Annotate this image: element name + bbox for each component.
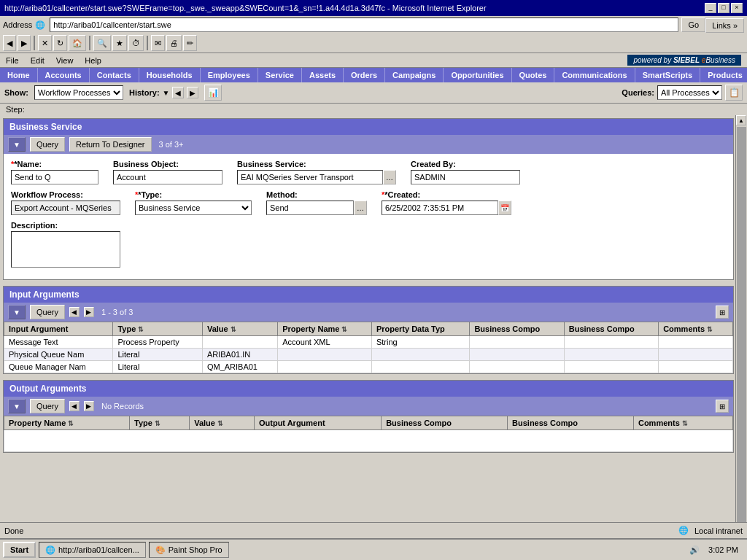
ia-record-count: 1 - 3 of 3 — [101, 308, 133, 316]
back-btn[interactable]: ◀ — [3, 35, 16, 51]
bs-query-btn[interactable]: Query — [30, 137, 65, 152]
dropdown-btn-bs[interactable]: ▼ — [8, 137, 26, 152]
mail-btn[interactable]: ✉ — [151, 35, 165, 51]
queries-select[interactable]: All Processes — [657, 85, 722, 100]
links-button[interactable]: Links » — [705, 18, 744, 33]
print-btn[interactable]: 🖨 — [166, 35, 182, 51]
name-label: **Name: — [11, 160, 98, 168]
method-input[interactable] — [266, 201, 354, 215]
history-forward-btn[interactable]: ▶ — [187, 87, 198, 98]
col-business-compo2: Business Compo — [564, 322, 658, 336]
type-select[interactable]: Business Service — [135, 201, 252, 215]
method-label: Method: — [266, 190, 367, 199]
step-label: Step: — [0, 104, 747, 115]
business-service-input[interactable] — [237, 170, 383, 184]
created-field: **Created: 📅 — [382, 190, 511, 215]
history-btn[interactable]: ⏱ — [128, 35, 144, 51]
cell-type: Literal — [113, 349, 202, 361]
queries-icon-btn[interactable]: 📋 — [725, 85, 743, 101]
app-menu-file[interactable]: File — [6, 56, 19, 65]
oa-prev-btn[interactable]: ◀ — [69, 401, 80, 411]
tab-quotes[interactable]: Quotes — [512, 68, 555, 82]
col-bc1: Business Compo — [382, 416, 508, 430]
show-label: Show: — [4, 88, 28, 97]
history-label: History: — [129, 88, 160, 97]
queries-label: Queries: — [622, 88, 654, 97]
business-service-lookup-btn[interactable]: … — [383, 170, 396, 184]
show-select[interactable]: Workflow Processes — [34, 85, 123, 100]
cell-input-argument: Physical Queue Nam — [4, 349, 113, 361]
tab-home[interactable]: Home — [0, 68, 38, 82]
dropdown-btn-ia[interactable]: ▼ — [8, 305, 26, 319]
scrollbar-v[interactable]: ▲ ▼ — [735, 115, 747, 545]
tab-products[interactable]: Products — [700, 68, 747, 82]
start-button[interactable]: Start — [3, 542, 36, 557]
forward-btn[interactable]: ▶ — [18, 35, 31, 51]
search-btn[interactable]: 🔍 — [93, 35, 111, 51]
address-input[interactable] — [50, 18, 678, 32]
name-field: **Name: — [11, 160, 98, 184]
minimize-btn[interactable]: _ — [705, 3, 716, 13]
tab-households[interactable]: Households — [139, 68, 201, 82]
tab-smartscripts[interactable]: SmartScripts — [635, 68, 700, 82]
app-menu-items: File Edit View Help — [6, 56, 101, 65]
col-bc2: Business Compo — [508, 416, 634, 430]
created-by-input[interactable] — [411, 170, 520, 184]
taskbar-item-ie[interactable]: 🌐 http://ariba01/callcen... — [39, 542, 146, 557]
close-btn[interactable]: × — [731, 3, 743, 13]
business-service-field: Business Service: … — [237, 160, 396, 184]
tab-accounts[interactable]: Accounts — [38, 68, 90, 82]
tab-contacts[interactable]: Contacts — [90, 68, 139, 82]
app-menu-edit[interactable]: Edit — [31, 56, 44, 65]
oa-expand-btn[interactable]: ⊞ — [716, 400, 729, 413]
ia-expand-btn[interactable]: ⊞ — [716, 306, 729, 319]
go-button[interactable]: Go — [681, 18, 705, 32]
ie-label: http://ariba01/callcen... — [58, 545, 139, 554]
cell-type: Literal — [113, 361, 202, 373]
ia-next-btn[interactable]: ▶ — [84, 307, 94, 317]
app-menu-help[interactable]: Help — [85, 56, 101, 65]
ia-prev-btn[interactable]: ◀ — [69, 307, 80, 317]
cell-bc2 — [564, 361, 658, 373]
taskbar-item-psp[interactable]: 🎨 Paint Shop Pro — [149, 542, 229, 557]
cell-property-data-type — [371, 349, 470, 361]
maximize-btn[interactable]: □ — [718, 3, 729, 13]
oa-query-btn[interactable]: Query — [30, 399, 65, 413]
description-textarea[interactable] — [11, 231, 120, 268]
tab-communications[interactable]: Communications — [554, 68, 635, 82]
bs-return-btn[interactable]: Return To Designer — [69, 137, 152, 152]
cell-property-name — [278, 361, 372, 373]
table-row[interactable]: Physical Queue Nam Literal ARIBA01.IN — [4, 349, 733, 361]
method-lookup-btn[interactable]: … — [354, 201, 367, 215]
col-input-argument: Input Argument — [4, 322, 113, 336]
app-menu-view[interactable]: View — [56, 56, 74, 65]
table-row[interactable]: Message Text Process Property Account XM… — [4, 336, 733, 349]
edit-btn[interactable]: ✏ — [183, 35, 197, 51]
name-input[interactable] — [11, 170, 98, 184]
oa-next-btn[interactable]: ▶ — [84, 401, 94, 411]
created-cal-btn[interactable]: 📅 — [498, 201, 511, 215]
table-row[interactable]: Queue Manager Nam Literal QM_ARIBA01 — [4, 361, 733, 373]
window-controls[interactable]: _ □ × — [705, 3, 743, 13]
nav-tabs: Home Accounts Contacts Households Employ… — [0, 68, 747, 82]
tab-assets[interactable]: Assets — [302, 68, 344, 82]
scroll-up-btn[interactable]: ▲ — [736, 115, 746, 125]
tab-opportunities[interactable]: Opportunities — [444, 68, 511, 82]
home-btn[interactable]: 🏠 — [69, 35, 86, 51]
dropdown-btn-oa[interactable]: ▼ — [8, 399, 26, 413]
cell-property-name — [278, 349, 372, 361]
ia-query-btn[interactable]: Query — [30, 305, 65, 319]
chart-icon-btn[interactable]: 📊 — [204, 85, 222, 101]
created-input[interactable] — [382, 201, 498, 215]
business-object-input[interactable] — [113, 170, 222, 184]
tab-campaigns[interactable]: Campaigns — [385, 68, 444, 82]
tab-service[interactable]: Service — [258, 68, 302, 82]
tab-employees[interactable]: Employees — [201, 68, 258, 82]
favorites-btn[interactable]: ★ — [112, 35, 127, 51]
history-back-btn[interactable]: ◀ — [172, 87, 184, 98]
tab-orders[interactable]: Orders — [344, 68, 385, 82]
stop-btn[interactable]: ✕ — [38, 35, 52, 51]
refresh-btn[interactable]: ↻ — [53, 35, 67, 51]
output-arguments-header: Output Arguments — [4, 381, 733, 397]
siebel-logo: powered by SIEBEL eBusiness — [627, 55, 741, 66]
